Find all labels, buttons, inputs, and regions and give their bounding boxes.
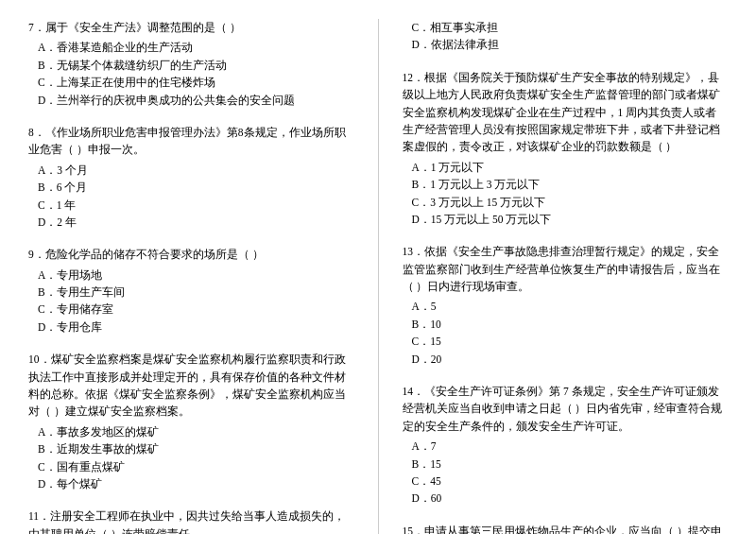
- q10-optB: B．近期发生事故的煤矿: [28, 440, 354, 457]
- q13-optA: A．5: [403, 298, 729, 315]
- page-container: 7．属于《安全生产法》调整范围的是（ ） A．香港某造船企业的生产活动 B．无锡…: [28, 19, 728, 534]
- right-column: C．相互事实承担 D．依据法律承担 12．根据《国务院关于预防煤矿生产安全事故的…: [403, 19, 729, 534]
- question-7: 7．属于《安全生产法》调整范围的是（ ） A．香港某造船企业的生产活动 B．无锡…: [28, 19, 354, 109]
- q14-optD: D．60: [403, 490, 729, 507]
- question-12: 12．根据《国务院关于预防煤矿生产安全事故的特别规定》，县级以上地方人民政府负责…: [403, 69, 729, 229]
- q7-optD: D．兰州举行的庆祝申奥成功的公共集会的安全问题: [28, 92, 354, 109]
- q9-optC: C．专用储存室: [28, 301, 354, 318]
- q8-optA: A．3 个月: [28, 162, 354, 179]
- q9-optB: B．专用生产车间: [28, 284, 354, 301]
- q7-optB: B．无锡某个体裁缝纺织厂的生产活动: [28, 57, 354, 74]
- q8-optD: D．2 年: [28, 214, 354, 231]
- q9-optD: D．专用仓库: [28, 319, 354, 336]
- question-13: 13．依据《安全生产事故隐患排查治理暂行规定》的规定，安全监管监察部门收到生产经…: [403, 243, 729, 368]
- q9-optA: A．专用场地: [28, 267, 354, 284]
- q8-title: 8．《作业场所职业危害申报管理办法》第8条规定，作业场所职业危害（ ）申报一次。: [28, 124, 354, 159]
- q13-optB: B．10: [403, 316, 729, 333]
- q13-title: 13．依据《安全生产事故隐患排查治理暂行规定》的规定，安全监管监察部门收到生产经…: [403, 243, 729, 295]
- q13-optC: C．15: [403, 333, 729, 350]
- q13-optD: D．20: [403, 351, 729, 368]
- question-9: 9．危险化学品的储存不符合要求的场所是（ ） A．专用场地 B．专用生产车间 C…: [28, 246, 354, 336]
- q10-optC: C．国有重点煤矿: [28, 458, 354, 475]
- q11-title: 11．注册安全工程师在执业中，因共过失给当事人造成损失的，由其聘用单位（ ）连带…: [28, 508, 354, 534]
- q12-optC: C．3 万元以上 15 万元以下: [403, 194, 729, 211]
- q8-optB: B．6 个月: [28, 179, 354, 196]
- q11-optC: C．相互事实承担: [403, 19, 729, 36]
- q9-title: 9．危险化学品的储存不符合要求的场所是（ ）: [28, 246, 354, 263]
- q10-title: 10．煤矿安全监察档案是煤矿安全监察机构履行监察职责和行政执法工作中直接形成并处…: [28, 351, 354, 421]
- question-15: 15．申请从事第三民用爆炸物品生产的企业，应当向（ ）提交申请书、可行性研究报告…: [403, 523, 729, 534]
- q7-title: 7．属于《安全生产法》调整范围的是（ ）: [28, 19, 354, 36]
- q10-optA: A．事故多发地区的煤矿: [28, 423, 354, 440]
- q12-title: 12．根据《国务院关于预防煤矿生产安全事故的特别规定》，县级以上地方人民政府负责…: [403, 69, 729, 156]
- q14-optA: A．7: [403, 438, 729, 455]
- q14-title: 14．《安全生产许可证条例》第 7 条规定，安全生产许可证颁发经营机关应当自收到…: [403, 383, 729, 435]
- q8-optC: C．1 年: [28, 197, 354, 214]
- q11-optD: D．依据法律承担: [403, 36, 729, 53]
- column-divider: [378, 19, 379, 534]
- q14-optC: C．45: [403, 473, 729, 490]
- q7-optC: C．上海某正在使用中的住宅楼炸场: [28, 74, 354, 91]
- q10-optD: D．每个煤矿: [28, 475, 354, 492]
- q7-optA: A．香港某造船企业的生产活动: [28, 39, 354, 56]
- q12-optD: D．15 万元以上 50 万元以下: [403, 211, 729, 228]
- q14-optB: B．15: [403, 456, 729, 473]
- q12-optB: B．1 万元以上 3 万元以下: [403, 176, 729, 193]
- q12-optA: A．1 万元以下: [403, 159, 729, 176]
- question-8: 8．《作业场所职业危害申报管理办法》第8条规定，作业场所职业危害（ ）申报一次。…: [28, 124, 354, 231]
- left-column: 7．属于《安全生产法》调整范围的是（ ） A．香港某造船企业的生产活动 B．无锡…: [28, 19, 354, 534]
- question-11-cont: C．相互事实承担 D．依据法律承担: [403, 19, 729, 54]
- question-11: 11．注册安全工程师在执业中，因共过失给当事人造成损失的，由其聘用单位（ ）连带…: [28, 508, 354, 534]
- question-10: 10．煤矿安全监察档案是煤矿安全监察机构履行监察职责和行政执法工作中直接形成并处…: [28, 351, 354, 492]
- question-14: 14．《安全生产许可证条例》第 7 条规定，安全生产许可证颁发经营机关应当自收到…: [403, 383, 729, 508]
- q15-title: 15．申请从事第三民用爆炸物品生产的企业，应当向（ ）提交申请书、可行性研究报告…: [403, 523, 729, 534]
- main-columns: 7．属于《安全生产法》调整范围的是（ ） A．香港某造船企业的生产活动 B．无锡…: [28, 19, 728, 534]
